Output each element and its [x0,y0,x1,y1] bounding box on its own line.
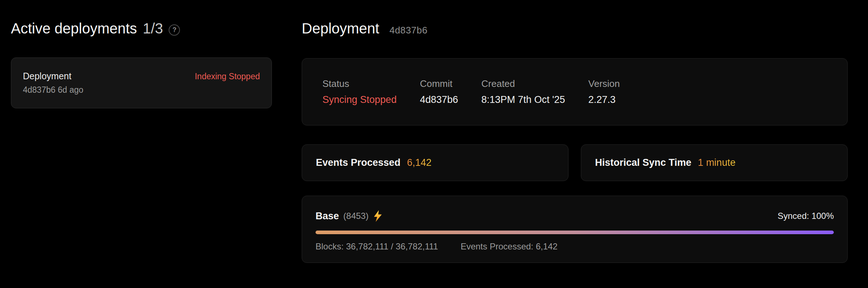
chain-header-row: Base (8453) [316,210,834,222]
help-icon[interactable]: ? [169,24,180,36]
deployments-page: Active deployments 1/3 ? Deployment Inde… [0,0,868,263]
field-label: Commit [420,78,458,89]
sync-progress-fill [316,231,834,234]
deployment-title: Deployment [302,19,379,38]
overview-field-version: Version 2.27.3 [588,78,620,105]
deployment-item-name: Deployment [23,71,71,81]
field-label: Version [588,78,620,89]
version-value: 2.27.3 [588,94,620,105]
deployment-item-top-row: Deployment Indexing Stopped [23,71,260,81]
chain-sync-card: Base (8453) [302,196,848,263]
overview-field-commit: Commit 4d837b6 [420,78,458,105]
created-value: 8:13PM 7th Oct '25 [481,94,565,105]
chain-name: Base [316,210,339,222]
deployment-detail: Deployment 4d837b6 Status Syncing Stoppe… [302,19,848,263]
deployment-overview-panel: Status Syncing Stopped Commit 4d837b6 Cr… [302,58,848,125]
events-stat: Events Processed: 6,142 [461,241,558,252]
deployment-item-status-badge: Indexing Stopped [195,72,260,81]
historical-sync-time-card: Historical Sync Time 1 minute [581,144,848,181]
events-processed-card: Events Processed 6,142 [302,144,568,181]
events-processed-label: Events Processed [316,157,401,168]
status-value: Syncing Stopped [322,94,397,105]
synced-percent-label: Synced: 100% [777,210,834,222]
commit-value: 4d837b6 [420,94,458,105]
overview-field-status: Status Syncing Stopped [322,78,397,105]
historical-sync-time-label: Historical Sync Time [595,157,691,168]
deployment-commit-hash: 4d837b6 [389,25,427,36]
active-deployments-header: Active deployments 1/3 ? [11,19,272,38]
deployments-count: 1/3 [143,19,163,38]
active-deployments-panel: Active deployments 1/3 ? Deployment Inde… [11,19,272,108]
lightning-icon [373,210,383,222]
blocks-stat: Blocks: 36,782,111 / 36,782,111 [316,241,438,252]
active-deployments-title: Active deployments [11,19,137,38]
field-label: Created [481,78,565,89]
overview-field-created: Created 8:13PM 7th Oct '25 [481,78,565,105]
deployment-list-item[interactable]: Deployment Indexing Stopped 4d837b6 6d a… [11,57,272,108]
chain-identity: Base (8453) [316,210,383,222]
chain-id: (8453) [343,210,369,222]
events-processed-value: 6,142 [407,157,432,168]
chain-stats-row: Blocks: 36,782,111 / 36,782,111 Events P… [316,241,834,252]
historical-sync-time-value: 1 minute [698,157,736,168]
metrics-row: Events Processed 6,142 Historical Sync T… [302,144,848,181]
deployment-detail-header: Deployment 4d837b6 [302,19,848,38]
sync-progress-bar [316,231,834,234]
field-label: Status [322,78,397,89]
deployment-item-meta: 4d837b6 6d ago [23,85,260,95]
